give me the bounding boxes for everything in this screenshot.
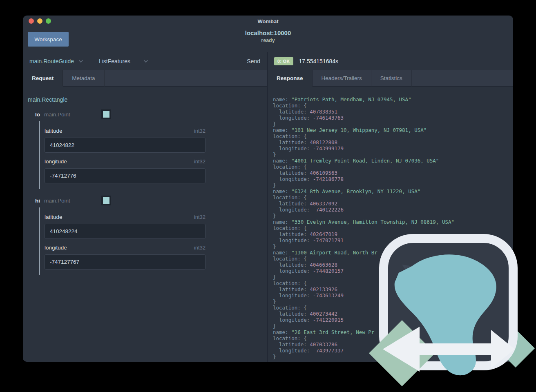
tab-statistics[interactable]: Statistics: [371, 70, 412, 87]
field-longitude: longitude int32: [45, 245, 205, 270]
method-select-value: ListFeatures: [99, 58, 130, 65]
tab-strip-filler: [105, 70, 267, 87]
request-tabs: Request Metadata: [23, 70, 267, 87]
response-line: name: "Patriots Path, Mendham, NJ 07945,…: [273, 96, 513, 102]
host-address: localhost:10000: [23, 29, 513, 36]
group-name: lo: [35, 111, 40, 118]
minimize-window-button[interactable]: [37, 18, 42, 24]
tab-metadata[interactable]: Metadata: [63, 70, 104, 87]
app-header: Workspace localhost:10000 ready: [23, 27, 513, 52]
response-line: location: {: [273, 102, 513, 109]
send-button[interactable]: Send: [247, 58, 260, 65]
tab-response[interactable]: Response: [268, 70, 313, 87]
group-body: latitude int32 longitude int32: [39, 207, 267, 275]
wombat-logo: [364, 229, 536, 392]
response-toolbar: 0: OK 17.554151684s: [268, 52, 513, 70]
field-type-label: int32: [194, 128, 205, 134]
titlebar: Wombat: [23, 16, 513, 27]
response-line: latitude: 406337092: [273, 200, 513, 207]
latitude-input[interactable]: [45, 138, 205, 153]
response-line: name: "6324 8th Avenue, Brooklyn, NY 112…: [273, 188, 513, 194]
response-line: location: {: [273, 133, 513, 139]
field-latitude: latitude int32: [45, 214, 205, 239]
response-line: }: [273, 182, 513, 188]
tab-request[interactable]: Request: [23, 70, 63, 87]
latitude-input[interactable]: [45, 224, 205, 239]
field-group-hi: hi main.Point latitude int32: [28, 195, 267, 275]
field-latitude: latitude int32: [45, 128, 205, 153]
response-line: name: "330 Evelyn Avenue, Hamilton Towns…: [273, 219, 513, 225]
response-line: latitude: 408122808: [273, 139, 513, 145]
message-type-label: main.Rectangle: [28, 96, 267, 103]
request-toolbar: main.RouteGuide ListFeatures Send: [23, 52, 267, 70]
response-line: }: [273, 121, 513, 127]
field-name-label: longitude: [45, 245, 67, 251]
field-type-label: int32: [194, 158, 205, 165]
response-line: }: [273, 213, 513, 219]
enable-point-checkbox[interactable]: [101, 109, 111, 119]
field-name-label: longitude: [45, 158, 67, 165]
response-line: name: "101 New Jersey 10, Whippany, NJ 0…: [273, 127, 513, 133]
group-type: main.Point: [44, 111, 70, 118]
enable-point-checkbox[interactable]: [101, 196, 111, 205]
zoom-window-button[interactable]: [46, 18, 51, 24]
window-title: Wombat: [23, 18, 513, 24]
service-select[interactable]: main.RouteGuide: [29, 58, 83, 65]
host-block: localhost:10000 ready: [23, 29, 513, 43]
duration-label: 17.554151684s: [299, 58, 339, 65]
group-type: main.Point: [44, 198, 70, 204]
field-type-label: int32: [194, 214, 205, 220]
response-line: longitude: -746143763: [273, 115, 513, 121]
service-select-value: main.RouteGuide: [29, 58, 74, 65]
request-form: main.Rectangle lo main.Point latitude: [23, 87, 267, 275]
response-line: location: {: [273, 164, 513, 170]
longitude-input[interactable]: [45, 254, 205, 270]
method-select[interactable]: ListFeatures: [99, 58, 148, 65]
response-line: location: {: [273, 194, 513, 200]
response-line: name: "4001 Tremley Point Road, Linden, …: [273, 158, 513, 164]
field-name-label: latitude: [45, 128, 63, 134]
request-panel: main.RouteGuide ListFeatures Send Reques…: [23, 52, 268, 362]
response-line: }: [273, 151, 513, 158]
response-line: longitude: -740122226: [273, 207, 513, 213]
field-type-label: int32: [194, 245, 205, 251]
field-longitude: longitude int32: [45, 158, 205, 183]
request-form-panel: main.Rectangle lo main.Point latitude: [23, 87, 267, 362]
response-line: latitude: 407838351: [273, 109, 513, 115]
response-tabs: Response Headers/Trailers Statistics: [268, 70, 513, 87]
group-name: hi: [35, 198, 40, 204]
response-line: longitude: -742186778: [273, 176, 513, 182]
field-name-label: latitude: [45, 214, 63, 220]
field-group-lo: lo main.Point latitude int32: [28, 109, 267, 189]
chevron-down-icon: [78, 60, 83, 63]
connection-status: ready: [23, 38, 513, 43]
status-badge: 0: OK: [274, 57, 293, 65]
response-line: longitude: -743999179: [273, 145, 513, 151]
traffic-lights: [29, 18, 51, 24]
response-line: latitude: 406109563: [273, 170, 513, 176]
group-body: latitude int32 longitude int32: [39, 121, 267, 189]
tab-strip-filler: [412, 70, 513, 87]
chevron-down-icon: [143, 60, 148, 63]
close-window-button[interactable]: [29, 18, 34, 24]
longitude-input[interactable]: [45, 168, 205, 183]
tab-headers-trailers[interactable]: Headers/Trailers: [313, 70, 371, 87]
